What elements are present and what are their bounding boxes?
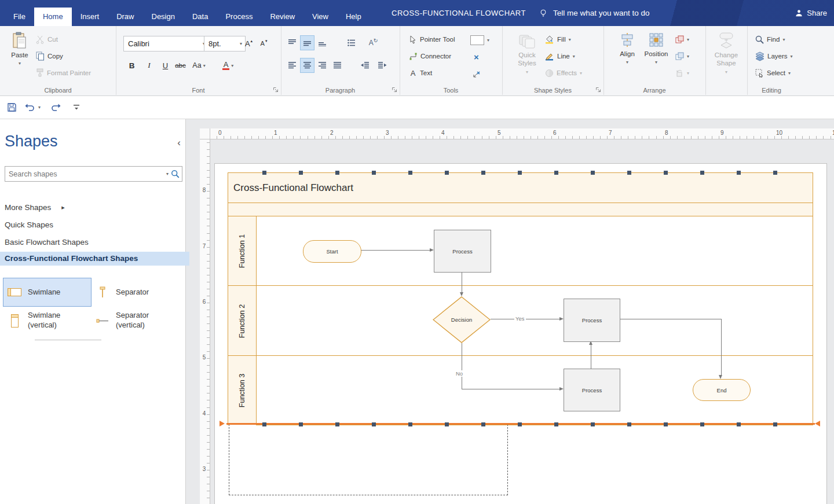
- bring-forward-button[interactable]: ▾: [675, 33, 689, 46]
- italic-button[interactable]: I: [142, 58, 156, 72]
- share-button[interactable]: Share: [795, 0, 827, 26]
- end-node[interactable]: End: [693, 379, 751, 401]
- font-dialog-launcher-icon[interactable]: [273, 87, 279, 93]
- format-painter-button[interactable]: Format Painter: [36, 67, 91, 79]
- increase-indent-icon: [378, 62, 387, 69]
- tab-review[interactable]: Review: [261, 8, 303, 26]
- tab-home[interactable]: Home: [34, 8, 72, 26]
- arrowhead-icon: [559, 387, 564, 391]
- swimlane-label-function2[interactable]: Function 2: [228, 286, 257, 356]
- section-quick-shapes[interactable]: Quick Shapes: [5, 220, 53, 229]
- tab-insert[interactable]: Insert: [72, 8, 108, 26]
- line-button[interactable]: Line ▾: [545, 50, 575, 62]
- customize-quick-access-button[interactable]: [70, 101, 83, 113]
- section-basic-flowchart-shapes[interactable]: Basic Flowchart Shapes: [5, 238, 89, 247]
- swimlane-label-function1[interactable]: Function 1: [228, 216, 257, 286]
- tab-view[interactable]: View: [303, 8, 337, 26]
- connector-process2-end-horizontal[interactable]: [619, 319, 722, 319]
- align-bottom-button[interactable]: [316, 36, 329, 50]
- document-title: CROSS-FUNCTIONAL FLOWCHART: [392, 0, 526, 26]
- align-left-button[interactable]: [286, 58, 299, 72]
- connector-tool-button[interactable]: Connector: [409, 50, 451, 62]
- quick-styles-button[interactable]: Quick Styles ▾: [511, 32, 543, 75]
- font-size-combobox[interactable]: 8pt. ▾: [204, 36, 246, 51]
- font-color-button[interactable]: A ▾: [221, 58, 235, 72]
- tab-data[interactable]: Data: [184, 8, 217, 26]
- increase-indent-button[interactable]: [376, 58, 389, 72]
- rotate-text-button[interactable]: A↻: [367, 36, 380, 50]
- tab-process[interactable]: Process: [217, 8, 261, 26]
- connector-start-process1[interactable]: [360, 250, 430, 251]
- swimlane-label-function3[interactable]: Function 3: [228, 356, 257, 425]
- align-button[interactable]: Align ▾: [614, 32, 641, 65]
- align-center-button[interactable]: [301, 58, 314, 72]
- rotate-shapes-button[interactable]: ▾: [675, 67, 689, 79]
- collapse-panel-icon[interactable]: ‹: [177, 137, 181, 149]
- selection-handles-top[interactable]: [262, 171, 780, 175]
- bullets-button[interactable]: [345, 36, 358, 50]
- find-button[interactable]: Find ▾: [755, 33, 785, 46]
- save-button[interactable]: [5, 101, 19, 113]
- align-right-button[interactable]: [316, 58, 329, 72]
- fill-button[interactable]: Fill ▾: [545, 33, 571, 46]
- tab-design[interactable]: Design: [143, 8, 184, 26]
- stencil-swimlane[interactable]: Swimlane: [3, 278, 91, 306]
- select-button[interactable]: Select ▾: [755, 67, 791, 79]
- connector-decision-process3-horizontal[interactable]: [462, 389, 560, 389]
- process-node-1[interactable]: Process: [434, 230, 491, 273]
- align-middle-button[interactable]: [301, 36, 314, 50]
- search-dropdown-icon[interactable]: ▾: [166, 171, 169, 176]
- justify-button[interactable]: [331, 58, 344, 72]
- connector-decision-process3-vertical[interactable]: [462, 343, 462, 389]
- change-case-button[interactable]: Aa▾: [192, 58, 206, 72]
- section-cross-functional-shapes[interactable]: Cross-Functional Flowchart Shapes: [0, 252, 189, 266]
- stencil-swimlane-vertical[interactable]: Swimlane (vertical): [3, 305, 91, 336]
- tab-file[interactable]: File: [5, 8, 34, 26]
- undo-button[interactable]: [23, 101, 37, 113]
- font-family-combobox[interactable]: Calibri ▾: [123, 36, 209, 51]
- tell-me-box[interactable]: Tell me what you want to do: [539, 0, 650, 26]
- connector-process2-end-vertical[interactable]: [721, 319, 722, 376]
- effects-button[interactable]: Effects ▾: [545, 67, 582, 79]
- change-shape-button[interactable]: Change Shape ▾: [710, 32, 742, 75]
- undo-dropdown-icon[interactable]: ▾: [38, 105, 41, 110]
- phase-band[interactable]: [228, 203, 813, 216]
- connector-process1-decision[interactable]: [462, 271, 462, 293]
- rectangle-tool-button[interactable]: ▾: [470, 34, 489, 46]
- search-shapes-input[interactable]: [5, 170, 164, 178]
- group-button[interactable]: ▾: [675, 50, 689, 62]
- paragraph-dialog-launcher-icon[interactable]: [392, 87, 397, 93]
- selection-handles-bottom[interactable]: [262, 422, 780, 426]
- bold-button[interactable]: B: [125, 58, 138, 72]
- underline-button[interactable]: U: [159, 58, 172, 72]
- redo-button[interactable]: [49, 101, 63, 113]
- shrink-font-button[interactable]: A▾: [257, 36, 270, 50]
- delete-tool-button[interactable]: ×: [474, 50, 479, 63]
- start-node[interactable]: Start: [303, 240, 361, 263]
- paste-button[interactable]: Paste ▾: [7, 32, 32, 67]
- strikethrough-button[interactable]: abc: [174, 58, 187, 72]
- stencil-separator[interactable]: Separator: [92, 278, 184, 306]
- pointer-tool-label: Pointer Tool: [420, 36, 455, 43]
- stencil-separator-vertical[interactable]: Separator (vertical): [92, 305, 184, 336]
- align-top-button[interactable]: [286, 36, 299, 50]
- position-button[interactable]: Position ▾: [642, 32, 671, 65]
- decision-node[interactable]: Decision: [433, 296, 491, 343]
- flowchart-title-band[interactable]: Cross-Functional Flowchart: [228, 173, 813, 203]
- tab-help[interactable]: Help: [337, 8, 370, 26]
- tab-draw[interactable]: Draw: [108, 8, 142, 26]
- connection-point-tool-button[interactable]: [473, 67, 481, 80]
- text-tool-button[interactable]: A Text: [409, 67, 432, 79]
- more-shapes-link[interactable]: More Shapes ▸: [5, 203, 65, 212]
- grow-font-button[interactable]: A▴: [242, 36, 255, 50]
- pointer-tool-button[interactable]: Pointer Tool: [409, 33, 455, 46]
- cut-button[interactable]: Cut: [36, 33, 58, 46]
- connector-process3-process2[interactable]: [591, 345, 591, 369]
- copy-button[interactable]: Copy: [36, 50, 63, 62]
- process-node-3[interactable]: Process: [564, 369, 620, 411]
- layers-button[interactable]: Layers ▾: [755, 50, 793, 62]
- decrease-indent-button[interactable]: [359, 58, 372, 72]
- shape-styles-dialog-launcher-icon[interactable]: [595, 87, 601, 93]
- process-node-2[interactable]: Process: [564, 299, 620, 342]
- search-icon[interactable]: [171, 170, 180, 178]
